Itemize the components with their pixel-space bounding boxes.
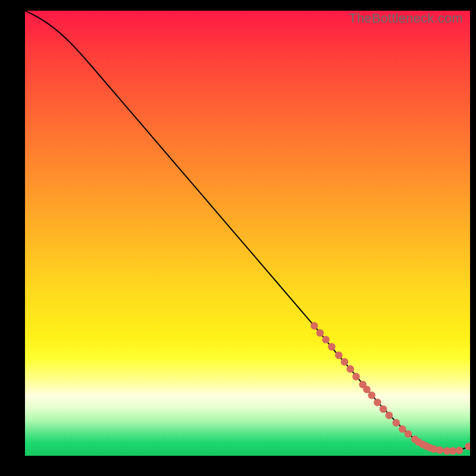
data-marker [368,392,375,399]
data-markers [311,322,470,455]
data-marker [405,430,412,438]
chart-outer: TheBottleneck.com [0,0,476,476]
data-marker [328,343,336,350]
data-marker [449,447,457,455]
plot-area: TheBottleneck.com [25,11,470,456]
data-marker [341,358,349,366]
data-marker [352,373,360,381]
data-marker [363,386,371,393]
data-marker [436,446,444,454]
data-marker [393,419,400,427]
data-marker [346,365,354,373]
data-marker [386,412,393,419]
data-marker [399,425,406,433]
bottleneck-curve [25,11,470,451]
data-marker [465,443,470,450]
chart-svg [25,11,470,456]
data-marker [335,352,343,359]
data-marker [374,399,381,406]
data-marker [322,336,330,343]
data-marker [317,329,324,337]
data-marker [456,447,464,455]
data-marker [380,405,387,413]
watermark-text: TheBottleneck.com [349,11,463,26]
data-marker [311,322,318,330]
